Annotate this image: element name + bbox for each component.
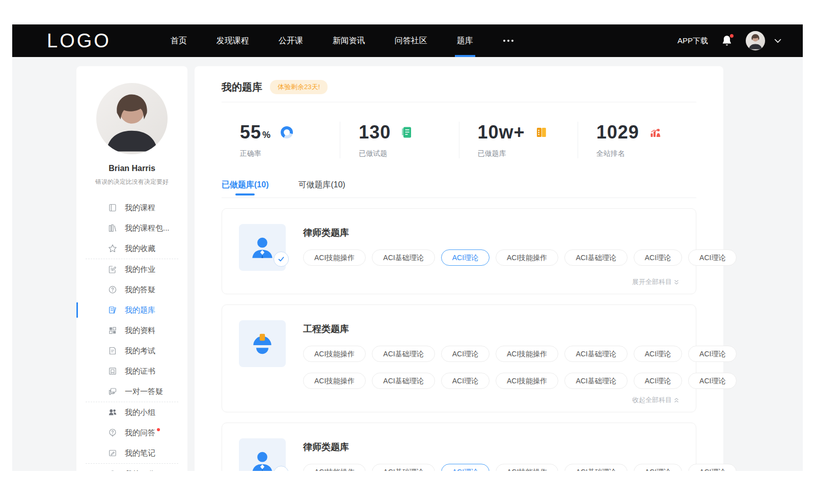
navbar-right: APP下载 xyxy=(677,31,781,50)
subject-tag[interactable]: ACI理论 xyxy=(688,373,737,389)
subject-tag[interactable]: ACI基础理论 xyxy=(564,249,627,266)
group-people-icon xyxy=(108,408,117,417)
sidebar-item-label: 我的答疑 xyxy=(125,285,155,295)
sidebar-item-my-exams[interactable]: 我的考试 xyxy=(76,341,187,361)
subject-tag[interactable]: ACI技能操作 xyxy=(303,464,366,471)
course-book-icon xyxy=(108,203,117,212)
nav-item-qa-community[interactable]: 问答社区 xyxy=(380,24,442,57)
subject-tag[interactable]: ACI理论 xyxy=(634,464,682,471)
sidebar-item-label: 我的证书 xyxy=(125,367,155,376)
sidebar-item-my-homework[interactable]: 我的作业 xyxy=(76,259,187,279)
points-medal-icon xyxy=(108,469,117,471)
stat-label: 全站排名 xyxy=(596,149,696,158)
tab-done-banks[interactable]: 已做题库(10) xyxy=(222,180,268,198)
tab-available-banks[interactable]: 可做题库(10) xyxy=(298,180,345,198)
stat-accuracy: 55 % 正确率 xyxy=(222,122,340,158)
nav-item-news[interactable]: 新闻资讯 xyxy=(318,24,380,57)
subject-tag[interactable]: ACI技能操作 xyxy=(496,373,558,389)
subject-tag[interactable]: ACI技能操作 xyxy=(496,346,558,362)
sidebar-item-my-course-packages[interactable]: 我的课程包... xyxy=(76,218,187,238)
qbank-title: 律师类题库 xyxy=(303,441,737,453)
sidebar-item-label: 我的考试 xyxy=(125,346,155,356)
sidebar-item-my-notes[interactable]: 我的笔记 xyxy=(76,443,187,463)
sidebar-item-my-materials[interactable]: 我的资料 xyxy=(76,320,187,341)
materials-grid-icon xyxy=(108,326,117,335)
trial-badge: 体验剩余23天! xyxy=(270,80,328,94)
sidebar-item-one-on-one-qa[interactable]: 一对一答疑 xyxy=(76,381,187,402)
stat-label: 已做题库 xyxy=(478,149,578,158)
double-chevron-down-icon xyxy=(674,279,679,285)
subject-tag[interactable]: ACI理论 xyxy=(634,373,682,389)
stat-done-questions: 130 已做试题 xyxy=(340,122,458,158)
qbank-title: 律师类题库 xyxy=(303,227,737,239)
subject-tag[interactable]: ACI理论 xyxy=(634,346,682,362)
sidebar-item-my-certificates[interactable]: 我的证书 xyxy=(76,361,187,381)
expand-all-subjects-link[interactable]: 展开全部科目 xyxy=(239,277,679,287)
subject-tag[interactable]: ACI理论 xyxy=(441,373,490,389)
subject-tag[interactable]: ACI理论 xyxy=(441,346,490,362)
subject-tag[interactable]: ACI基础理论 xyxy=(564,464,627,471)
chevron-down-icon[interactable] xyxy=(774,39,781,43)
qbank-title: 工程类题库 xyxy=(303,323,737,335)
stat-label: 正确率 xyxy=(240,149,340,158)
nav-item-question-bank[interactable]: 题库 xyxy=(442,24,488,57)
sidebar-item-label: 我的课程包... xyxy=(125,223,170,233)
lawyer-avatar-icon xyxy=(239,224,286,271)
stat-suffix: % xyxy=(262,130,270,141)
notes-pen-icon xyxy=(108,449,117,458)
more-ellipsis-icon[interactable] xyxy=(488,24,529,57)
subject-tag[interactable]: ACI基础理论 xyxy=(372,346,434,362)
subject-tag-active[interactable]: ACI理论 xyxy=(441,464,490,471)
sidebar-item-my-qa[interactable]: 我的答疑 xyxy=(76,279,187,300)
logo[interactable]: LOGO xyxy=(47,30,111,52)
stat-value: 10w+ xyxy=(478,122,525,143)
question-pin-icon xyxy=(108,428,117,437)
subject-tag[interactable]: ACI基础理论 xyxy=(372,464,434,471)
bell-icon[interactable] xyxy=(721,35,732,47)
subject-tag[interactable]: ACI技能操作 xyxy=(496,249,558,266)
sidebar-item-my-questions[interactable]: 我的问答 xyxy=(76,423,187,443)
nav-item-home[interactable]: 首页 xyxy=(156,24,202,57)
subject-tag-row: ACI技能操作 ACI基础理论 ACI理论 ACI技能操作 ACI基础理论 AC… xyxy=(303,346,737,362)
subject-tag[interactable]: ACI理论 xyxy=(688,346,737,362)
bank-tabs: 已做题库(10) 可做题库(10) xyxy=(222,180,696,198)
subject-tag[interactable]: ACI基础理论 xyxy=(372,373,434,389)
nav-menu: 首页 发现课程 公开课 新闻资讯 问答社区 题库 xyxy=(156,24,529,57)
sidebar-item-my-courses[interactable]: 我的课程 xyxy=(76,198,187,218)
orange-books-icon xyxy=(535,126,548,138)
sidebar-item-label: 我的题库 xyxy=(125,305,155,315)
sidebar: Brian Harris 错误的决定比没有决定要好 我的课程 我的课程包... … xyxy=(76,66,187,471)
subject-tag-active[interactable]: ACI理论 xyxy=(441,249,490,266)
check-circle-icon xyxy=(274,251,289,267)
qbank-card-engineering: 工程类题库 ACI技能操作 ACI基础理论 ACI理论 ACI技能操作 ACI基… xyxy=(222,304,696,412)
nav-item-discover-courses[interactable]: 发现课程 xyxy=(202,24,264,57)
sidebar-item-my-groups[interactable]: 我的小组 xyxy=(76,402,187,423)
subject-tag[interactable]: ACI理论 xyxy=(688,249,737,266)
subject-tag[interactable]: ACI基础理论 xyxy=(564,373,627,389)
sidebar-item-label: 我的课程 xyxy=(125,203,155,213)
sidebar-item-my-question-bank[interactable]: 我的题库 xyxy=(76,300,187,320)
sidebar-item-my-points[interactable]: 我的积分 xyxy=(76,464,187,471)
stats-row: 55 % 正确率 130 已做试题 10w+ 已做题库 xyxy=(222,122,696,158)
subject-tag[interactable]: ACI基础理论 xyxy=(372,249,434,266)
red-dot-badge xyxy=(157,428,160,431)
profile-motto: 错误的决定比没有决定要好 xyxy=(76,178,187,186)
sidebar-item-label: 我的作业 xyxy=(125,265,155,274)
subject-tag[interactable]: ACI技能操作 xyxy=(303,373,366,389)
nav-item-open-courses[interactable]: 公开课 xyxy=(264,24,318,57)
lawyer-avatar-icon xyxy=(239,438,286,471)
subject-tag[interactable]: ACI理论 xyxy=(634,249,682,266)
page-header: 我的题库 体验剩余23天! xyxy=(222,66,696,102)
app-download-link[interactable]: APP下载 xyxy=(677,36,708,46)
subject-tag[interactable]: ACI技能操作 xyxy=(496,464,558,471)
navbar-avatar[interactable] xyxy=(746,31,765,50)
collapse-all-subjects-link[interactable]: 收起全部科目 xyxy=(239,396,679,405)
subject-tag[interactable]: ACI技能操作 xyxy=(303,249,366,266)
subject-tag[interactable]: ACI基础理论 xyxy=(564,346,627,362)
course-package-icon xyxy=(108,223,117,233)
main-panel: 我的题库 体验剩余23天! 55 % 正确率 130 已做试题 xyxy=(195,66,723,471)
sidebar-item-my-favorites[interactable]: 我的收藏 xyxy=(76,238,187,259)
subject-tag[interactable]: ACI理论 xyxy=(688,464,737,471)
subject-tag[interactable]: ACI技能操作 xyxy=(303,346,366,362)
sidebar-item-label: 我的小组 xyxy=(125,408,155,417)
